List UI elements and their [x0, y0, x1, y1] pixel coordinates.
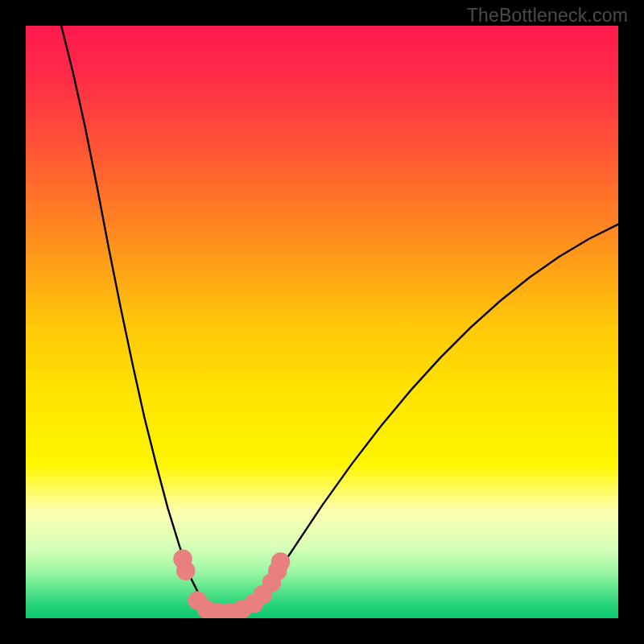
bottleneck-chart: [26, 26, 618, 618]
marker-point: [176, 561, 196, 580]
marker-point: [271, 552, 291, 572]
watermark-text: TheBottleneck.com: [467, 5, 628, 27]
chart-frame: TheBottleneck.com: [0, 0, 644, 644]
chart-background: [26, 26, 618, 618]
plot-area: [26, 26, 618, 618]
